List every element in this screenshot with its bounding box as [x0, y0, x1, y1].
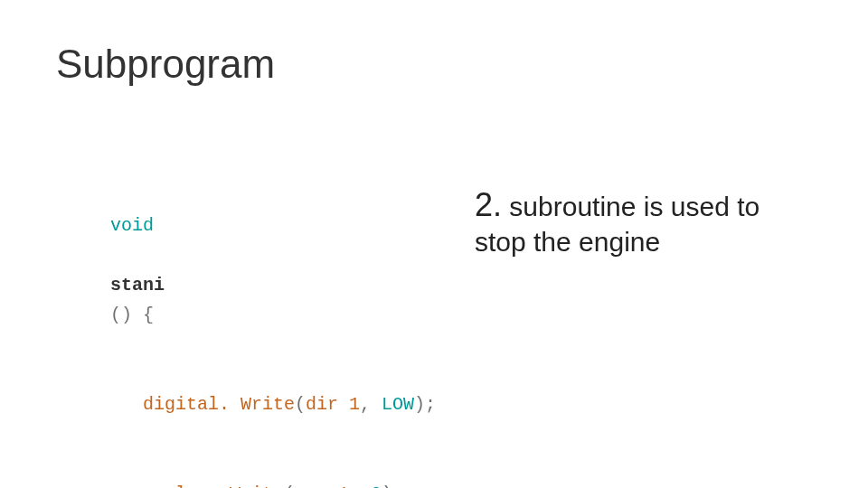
arg-value: 0: [371, 483, 382, 488]
code-line-signature: void stani () {: [45, 181, 434, 360]
caption-text-line1: subroutine is used to: [502, 192, 760, 221]
caption: 2. subroutine is used to stop the engine: [475, 184, 818, 259]
arg-name: pwm 1: [295, 483, 349, 488]
code-line-2: analog. Write(pwm 1, 0);: [45, 449, 434, 488]
slide-title: Subprogram: [56, 42, 275, 87]
caption-number: 2.: [475, 186, 502, 223]
brace-open: () {: [110, 305, 154, 325]
arg-value: LOW: [382, 394, 414, 415]
call-name: analog. Write: [143, 483, 284, 488]
slide: Subprogram void stani () { digital. Writ…: [0, 0, 868, 488]
function-name: stani: [110, 275, 165, 296]
code-line-1: digital. Write(dir 1, LOW);: [45, 360, 434, 449]
keyword-void: void: [110, 215, 154, 236]
arg-name: dir 1: [306, 394, 360, 415]
code-block: void stani () { digital. Write(dir 1, LO…: [45, 181, 434, 488]
call-name: digital. Write: [143, 394, 295, 415]
caption-text-line2: stop the engine: [475, 227, 660, 257]
